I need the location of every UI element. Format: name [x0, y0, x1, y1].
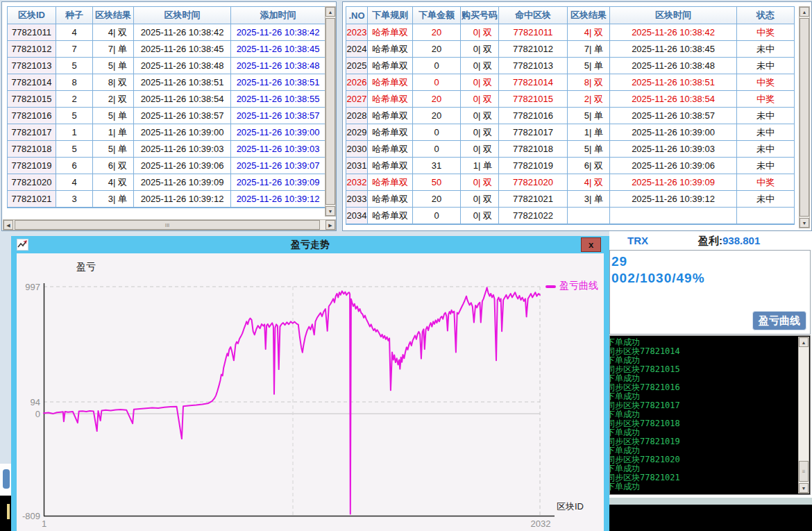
table-row[interactable]: 7782101855| 单2025-11-26 10:39:032025-11-…: [8, 141, 325, 158]
scrollbar-thumb[interactable]: [325, 18, 335, 205]
table-row[interactable]: 7782102044| 双2025-11-26 10:39:092025-11-…: [8, 174, 325, 191]
table-cell: 77821016: [499, 108, 568, 124]
column-header[interactable]: 状态: [737, 7, 794, 24]
column-header[interactable]: 区块结果: [568, 7, 610, 24]
scrollbar-thumb[interactable]: ≡: [799, 461, 809, 482]
table-row[interactable]: 7782101277| 单2025-11-26 10:38:452025-11-…: [8, 41, 325, 58]
column-header[interactable]: 下单金额: [413, 7, 461, 24]
table-cell: 77821022: [499, 208, 568, 224]
scrollbar-thumb[interactable]: III: [15, 220, 320, 230]
table-cell: 0| 双: [461, 24, 499, 40]
column-header[interactable]: 区块结果: [93, 7, 134, 24]
scroll-right-button[interactable]: ▶: [325, 220, 335, 230]
table-cell: 31: [413, 158, 461, 174]
block-table-hscrollbar[interactable]: ◀ III ▶: [3, 219, 336, 230]
table-cell: 3| 单: [93, 191, 134, 207]
scroll-left-button[interactable]: ◀: [3, 220, 13, 230]
table-row[interactable]: 7782102133| 单2025-11-26 10:39:122025-11-…: [8, 191, 325, 208]
table-cell: 77821014: [499, 74, 568, 90]
table-row[interactable]: 2031哈希单双311| 单778210196| 双2025-11-26 10:…: [346, 158, 794, 174]
table-header-row: 区块ID种子区块结果区块时间添加时间: [8, 7, 325, 24]
table-row[interactable]: 2032哈希单双500| 双778210204| 双2025-11-26 10:…: [346, 174, 794, 191]
table-cell: 2025-11-26 10:39:00: [610, 124, 737, 140]
block-table-vscrollbar[interactable]: ▲ ▼: [325, 6, 336, 217]
column-header[interactable]: 下单规则: [368, 7, 413, 24]
table-cell: 7| 单: [568, 41, 610, 57]
table-cell: 5| 单: [93, 141, 134, 157]
table-cell: 50: [413, 174, 461, 190]
table-cell: 哈希单双: [368, 58, 413, 74]
window-titlebar[interactable]: 盈亏走势: [11, 236, 609, 253]
column-header[interactable]: 添加时间: [231, 7, 325, 24]
table-row[interactable]: 2028哈希单双200| 双778210165| 单2025-11-26 10:…: [346, 108, 794, 124]
table-cell: 0| 双: [461, 208, 499, 224]
column-header[interactable]: 购买号码: [461, 7, 499, 24]
profit-chart-window: 盈亏走势 x 盈亏 997: [11, 236, 609, 531]
table-cell: 5: [56, 58, 93, 74]
scroll-up-button[interactable]: ▲: [325, 7, 335, 17]
table-cell: 哈希单双: [368, 124, 413, 140]
table-cell: 2025-11-26 10:38:57: [231, 108, 325, 124]
table-cell: 4| 双: [568, 24, 610, 40]
table-row[interactable]: 7782101966| 双2025-11-26 10:39:062025-11-…: [8, 158, 325, 174]
column-header[interactable]: 区块时间: [610, 7, 737, 24]
scrollbar-thumb[interactable]: [800, 18, 809, 217]
column-header[interactable]: 命中区块: [499, 7, 568, 24]
column-header[interactable]: 区块时间: [134, 7, 231, 24]
scroll-down-button[interactable]: ▼: [799, 483, 809, 493]
table-cell: 2030: [346, 141, 368, 157]
table-row[interactable]: 2026哈希单双00| 双778210148| 双2025-11-26 10:3…: [346, 74, 794, 91]
scroll-down-button[interactable]: ▼: [800, 218, 809, 228]
close-button[interactable]: x: [581, 237, 601, 252]
table-row[interactable]: 7782101355| 单2025-11-26 10:38:482025-11-…: [8, 58, 325, 74]
column-header[interactable]: .NO: [346, 7, 368, 24]
scroll-up-button[interactable]: ▲: [799, 337, 809, 347]
table-row[interactable]: 7782101144| 双2025-11-26 10:38:422025-11-…: [8, 24, 325, 41]
table-row[interactable]: 2029哈希单双00| 双778210171| 单2025-11-26 10:3…: [346, 124, 794, 141]
terminal-vscrollbar[interactable]: ▲ ≡ ▼: [798, 337, 809, 494]
table-row[interactable]: 2034哈希单双00| 双77821022: [346, 208, 794, 224]
table-cell: 哈希单双: [368, 191, 413, 207]
table-cell: [737, 208, 794, 224]
table-cell: 2031: [346, 158, 368, 174]
table-row[interactable]: 7782101488| 双2025-11-26 10:38:512025-11-…: [8, 74, 325, 91]
table-cell: 2025-11-26 10:38:51: [134, 74, 231, 90]
table-cell: 2025-11-26 10:38:48: [134, 58, 231, 74]
table-cell: 8| 双: [568, 74, 610, 90]
table-cell: 5| 单: [93, 108, 134, 124]
table-row[interactable]: 2025哈希单双00| 双778210135| 单2025-11-26 10:3…: [346, 58, 794, 74]
table-cell: 2033: [346, 191, 368, 207]
trx-label: TRX: [627, 235, 648, 246]
scroll-down-button[interactable]: ▼: [325, 206, 335, 216]
table-cell: 2025: [346, 58, 368, 74]
x-axis-title: 区块ID: [557, 500, 584, 513]
table-cell: 2025-11-26 10:39:09: [134, 174, 231, 190]
table-row[interactable]: 7782101711| 单2025-11-26 10:39:002025-11-…: [8, 124, 325, 141]
table-cell: 77821017: [8, 124, 56, 140]
table-cell: 6: [56, 158, 93, 174]
scroll-up-button[interactable]: ▲: [800, 7, 809, 17]
table-cell: 哈希单双: [368, 74, 413, 90]
y-axis-title: 盈亏: [76, 261, 96, 273]
table-row[interactable]: 2033哈希单双200| 双778210213| 单2025-11-26 10:…: [346, 191, 794, 208]
orders-table-vscrollbar[interactable]: ▲ ▼: [799, 6, 810, 228]
stats-box: 29 002/1030/49% 盈亏曲线: [609, 250, 811, 335]
table-row[interactable]: 2030哈希单双00| 双778210185| 单2025-11-26 10:3…: [346, 141, 794, 158]
x-tick-1: 1: [42, 519, 46, 529]
table-cell: 2025-11-26 10:39:12: [231, 191, 325, 207]
column-header[interactable]: 种子: [56, 7, 93, 24]
table-row[interactable]: 2023哈希单双200| 双778210114| 双2025-11-26 10:…: [346, 24, 794, 41]
table-cell: 2025-11-26 10:39:06: [134, 158, 231, 174]
table-row[interactable]: 7782101655| 单2025-11-26 10:38:572025-11-…: [8, 108, 325, 124]
table-row[interactable]: 7782101522| 双2025-11-26 10:38:542025-11-…: [8, 91, 325, 108]
log-terminal[interactable]: 下单成功同步区块77821014下单成功同步区块77821015下单成功同步区块…: [609, 335, 811, 495]
table-row[interactable]: 2027哈希单双200| 双778210152| 双2025-11-26 10:…: [346, 91, 794, 108]
bottom-black-area: [609, 505, 812, 531]
table-row[interactable]: 2024哈希单双200| 双778210127| 单2025-11-26 10:…: [346, 41, 794, 58]
table-cell: 20: [413, 91, 461, 107]
table-cell: 7| 单: [93, 41, 134, 57]
table-cell: 4: [56, 24, 93, 40]
table-cell: 哈希单双: [368, 158, 413, 174]
column-header[interactable]: 区块ID: [8, 7, 56, 24]
profit-curve-button[interactable]: 盈亏曲线: [752, 311, 806, 330]
